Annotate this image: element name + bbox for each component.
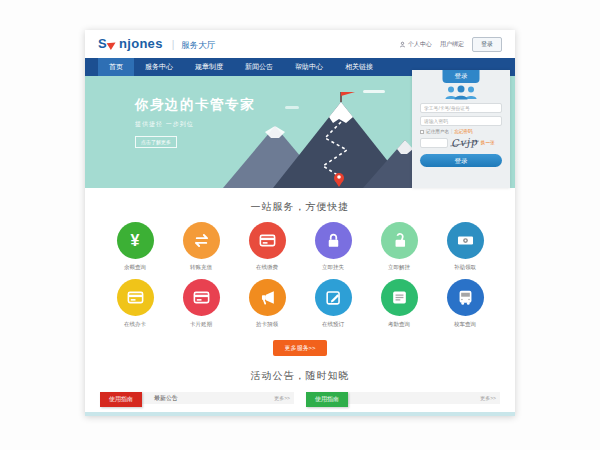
card-icon: [126, 288, 145, 307]
site-name: 服务大厅: [181, 40, 215, 52]
transfer-arrows-icon: [192, 231, 211, 250]
megaphone-icon: [258, 288, 277, 307]
announcement-panels: 使用指南 最新公告 更多>> 使用指南 更多>>: [85, 392, 515, 404]
yuan-icon: ¥: [131, 233, 140, 249]
service-found-card[interactable]: 拾卡招领: [239, 279, 295, 328]
password-input[interactable]: [420, 116, 502, 126]
logo-text: S: [98, 36, 107, 51]
nav-item-news[interactable]: 新闻公告: [234, 58, 284, 76]
captcha-image: Cvjp: [451, 136, 479, 149]
more-link-left[interactable]: 更多>>: [274, 395, 290, 401]
more-services-button[interactable]: 更多服务>>: [273, 340, 326, 356]
services-grid: ¥ 余额查询 转账充值 在线缴费: [85, 222, 515, 336]
tab-latest-news[interactable]: 最新公告: [154, 394, 178, 403]
panel-right-bar: 使用指南 更多>>: [306, 392, 500, 404]
site-header: Snjones | 服务大厅 个人中心 用户绑定 登录: [85, 30, 515, 58]
screenshot-canvas: Snjones | 服务大厅 个人中心 用户绑定 登录 首页 服务中心 规章制度…: [0, 0, 600, 450]
remember-checkbox[interactable]: [420, 130, 424, 134]
service-apply-card[interactable]: 在线办卡: [107, 279, 163, 328]
lock-icon: [324, 231, 343, 250]
announcements-title: 活动公告，随时知晓: [85, 369, 515, 383]
service-card-extension[interactable]: 卡片延期: [173, 279, 229, 328]
banknote-icon: [456, 231, 475, 250]
service-online-payment[interactable]: 在线缴费: [239, 222, 295, 271]
attendance-list-icon: [390, 288, 409, 307]
announcement-panel-left: 使用指南 最新公告 更多>>: [100, 392, 294, 404]
service-online-booking[interactable]: 在线预订: [305, 279, 361, 328]
hero-headline: 你身边的卡管专家: [135, 96, 255, 114]
logo-mark-icon: [107, 39, 118, 50]
service-transfer[interactable]: 转账充值: [173, 222, 229, 271]
unlock-icon: [390, 231, 409, 250]
service-attendance[interactable]: 考勤查询: [371, 279, 427, 328]
personal-center-link[interactable]: 个人中心: [399, 40, 432, 49]
hero-subline: 提供捷径 一步到位: [135, 120, 255, 129]
nav-item-home[interactable]: 首页: [98, 58, 134, 76]
forgot-password-link[interactable]: 忘记密码: [454, 129, 472, 134]
login-submit-button[interactable]: 登录: [420, 154, 502, 167]
service-subsidy[interactable]: 补助领取: [437, 222, 493, 271]
panel-left-bar: 使用指南 最新公告 更多>>: [100, 392, 294, 404]
nav-item-links[interactable]: 相关链接: [334, 58, 384, 76]
user-binding-link[interactable]: 用户绑定: [440, 40, 464, 49]
hero-cta-button[interactable]: 点击了解更多: [135, 136, 177, 148]
card-icon: [192, 288, 211, 307]
service-report-loss[interactable]: 立即挂失: [305, 222, 361, 271]
service-balance[interactable]: ¥ 余额查询: [107, 222, 163, 271]
username-input[interactable]: [420, 103, 502, 113]
more-link-right[interactable]: 更多>>: [480, 395, 496, 401]
captcha-refresh-link[interactable]: 换一张: [481, 140, 495, 145]
nav-item-help[interactable]: 帮助中心: [284, 58, 334, 76]
captcha-row: Cvjp 换一张: [420, 137, 502, 148]
user-icon: [399, 41, 406, 48]
nav-item-rules[interactable]: 规章制度: [184, 58, 234, 76]
service-unlock[interactable]: 立即解挂: [371, 222, 427, 271]
remember-row: 记住用户名 | 忘记密码: [420, 129, 502, 134]
header-login-button[interactable]: 登录: [472, 37, 502, 52]
ribbon-tab-guide[interactable]: 使用指南: [100, 392, 142, 407]
services-title: 一站服务，方便快捷: [85, 200, 515, 214]
logo[interactable]: Snjones | 服务大厅: [98, 36, 215, 52]
login-panel: 登录 记住用户名 | 忘记密码: [412, 70, 510, 188]
ribbon-tab-guide-green[interactable]: 使用指南: [306, 392, 348, 407]
bus-icon: [456, 288, 475, 307]
logo-divider: |: [172, 39, 175, 50]
footer-strip: [85, 412, 515, 416]
header-links: 个人中心 用户绑定 登录: [399, 37, 502, 52]
login-tab[interactable]: 登录: [443, 70, 480, 83]
website-window: Snjones | 服务大厅 个人中心 用户绑定 登录 首页 服务中心 规章制度…: [85, 30, 515, 416]
hero-copy: 你身边的卡管专家 提供捷径 一步到位 点击了解更多: [135, 96, 255, 148]
hero-banner: 你身边的卡管专家 提供捷径 一步到位 点击了解更多 登录: [85, 76, 515, 188]
users-group-icon: [412, 85, 510, 100]
captcha-input[interactable]: [420, 138, 448, 148]
remember-label: 记住用户名: [426, 129, 449, 134]
nav-item-service-center[interactable]: 服务中心: [134, 58, 184, 76]
services-section: 一站服务，方便快捷 ¥ 余额查询 转账充值 在线缴费: [85, 188, 515, 356]
edit-icon: [324, 288, 343, 307]
announcement-panel-right: 使用指南 更多>>: [306, 392, 500, 404]
service-school-bus[interactable]: 校车查询: [437, 279, 493, 328]
card-icon: [258, 231, 277, 250]
announcements-section: 活动公告，随时知晓 使用指南 最新公告 更多>> 使用指南 更多>>: [85, 369, 515, 404]
